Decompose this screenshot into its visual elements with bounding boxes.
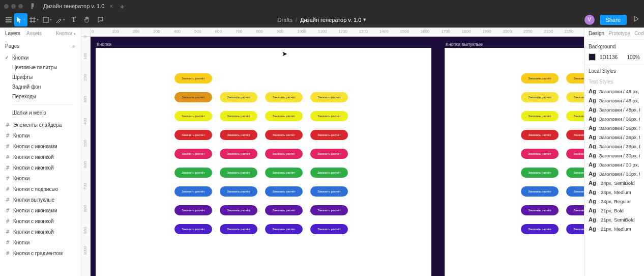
background-opacity-input[interactable]: 100% [627, 54, 640, 60]
close-icon[interactable] [4, 4, 9, 9]
design-button[interactable]: Заказать расчёт [521, 130, 559, 140]
design-button[interactable]: Заказать расчёт [265, 224, 303, 234]
frame-buttons-embossed[interactable]: Заказать расчётЗаказать расчётЗаказать р… [445, 48, 584, 276]
design-button[interactable]: Заказать расчёт [220, 130, 257, 140]
tab-close-icon[interactable]: × [109, 3, 112, 9]
page-item[interactable]: Кнопки [0, 53, 81, 63]
design-button[interactable]: Заказать расчёт [174, 186, 212, 197]
design-button[interactable]: Заказать расчёт [174, 205, 212, 215]
hand-tool[interactable] [80, 13, 94, 26]
design-button[interactable]: Заказать расчёт [310, 205, 348, 215]
text-style-item[interactable]: AgЗаголовки / 36px, Regular [584, 142, 644, 151]
design-button[interactable]: Заказать расчёт [566, 205, 584, 215]
layer-frame-item[interactable]: #Кнопки [0, 130, 81, 141]
text-tool[interactable]: T [67, 13, 80, 26]
design-button[interactable]: Заказать расчёт [310, 149, 348, 159]
design-button[interactable]: Заказать расчёт [174, 168, 212, 178]
design-button[interactable]: Заказать расчёт [566, 224, 584, 234]
text-style-item[interactable]: AgЗаголовки / 48px, Medium [584, 105, 644, 114]
page-selector[interactable]: Кнопки ▾ [56, 31, 76, 36]
design-button[interactable]: Заказать расчёт [220, 168, 257, 178]
design-button[interactable]: Заказать расчёт [521, 149, 559, 159]
design-button[interactable]: Заказать расчёт [566, 130, 584, 140]
chevron-down-icon[interactable]: ▾ [363, 16, 366, 23]
page-item[interactable]: Шапки и меню [0, 108, 81, 118]
tab-prototype[interactable]: Prototype [608, 31, 630, 36]
design-button[interactable]: Заказать расчёт [566, 92, 584, 102]
design-button[interactable]: Заказать расчёт [521, 73, 559, 84]
page-item[interactable]: Задний фон [0, 82, 81, 92]
design-button[interactable]: Заказать расчёт [521, 168, 559, 178]
tab-code[interactable]: Code [634, 31, 644, 36]
design-button[interactable]: Заказать расчёт [174, 92, 212, 102]
layer-frame-item[interactable]: #Кнопки с иконками [0, 141, 81, 152]
frame-tool[interactable]: ▾ [27, 13, 41, 26]
text-style-item[interactable]: AgЗаголовки / 36px, Medium [584, 132, 644, 142]
text-style-item[interactable]: Ag24px, Medium [584, 187, 644, 197]
text-style-item[interactable]: Ag24px, Regular [584, 197, 644, 206]
comment-tool[interactable] [94, 13, 107, 26]
design-button[interactable]: Заказать расчёт [566, 73, 584, 84]
window-tab-title[interactable]: Дизайн генератор v. 1.0 [43, 3, 104, 9]
frame-label[interactable]: Кнопки выпуклые [446, 42, 483, 47]
design-button[interactable]: Заказать расчёт [310, 224, 348, 234]
page-item[interactable]: Переходы [0, 92, 81, 101]
present-button[interactable] [632, 16, 641, 23]
text-style-item[interactable]: AgЗаголовки / 30px, Bold [584, 151, 644, 160]
layer-frame-item[interactable]: #Кнопки выпуклые [0, 195, 81, 205]
text-style-item[interactable]: Ag21px, Bold [584, 206, 644, 215]
layer-frame-item[interactable]: #Кнопки с иконкой [0, 152, 81, 162]
design-button[interactable]: Заказать расчёт [174, 130, 212, 140]
new-tab-icon[interactable]: + [120, 2, 125, 11]
share-button[interactable]: Share [600, 15, 627, 25]
layer-frame-item[interactable]: #Кнопки с градиентом [0, 248, 81, 259]
design-button[interactable]: Заказать расчёт [521, 92, 559, 102]
text-style-item[interactable]: Ag24px, SemiBold [584, 178, 644, 187]
layer-frame-item[interactable]: #Кнопки с иконкой [0, 227, 81, 237]
text-style-item[interactable]: AgЗаголовки / 36px, Semibold [584, 123, 644, 132]
design-button[interactable]: Заказать расчёт [566, 186, 584, 197]
design-button[interactable]: Заказать расчёт [310, 92, 348, 102]
design-button[interactable]: Заказать расчёт [521, 224, 559, 234]
design-button[interactable]: Заказать расчёт [310, 111, 348, 121]
design-button[interactable]: Заказать расчёт [566, 168, 584, 178]
design-button[interactable]: Заказать расчёт [220, 149, 257, 159]
design-button[interactable]: Заказать расчёт [265, 205, 303, 215]
layer-frame-item[interactable]: #Кнопки с подписью [0, 184, 81, 195]
layer-frame-item[interactable]: #Кнопки [0, 237, 81, 248]
design-button[interactable]: Заказать расчёт [220, 224, 257, 234]
layer-frame-item[interactable]: #Элементы слайдера [0, 120, 81, 130]
design-button[interactable]: Заказать расчёт [265, 149, 303, 159]
layer-frame-item[interactable]: #Кнопки с иконками [0, 205, 81, 216]
text-style-item[interactable]: Ag21px, SemiBold [584, 215, 644, 224]
design-button[interactable]: Заказать расчёт [220, 111, 257, 121]
pen-tool[interactable]: ▾ [54, 13, 67, 26]
design-button[interactable]: Заказать расчёт [265, 130, 303, 140]
minimize-icon[interactable] [11, 4, 16, 9]
design-button[interactable]: Заказать расчёт [220, 92, 257, 102]
design-button[interactable]: Заказать расчёт [174, 73, 212, 84]
layer-frame-item[interactable]: #Кнопки с иконкой [0, 162, 81, 173]
layer-frame-item[interactable]: #Кнопки [0, 173, 81, 184]
page-item[interactable]: Цветовые палитры [0, 63, 81, 72]
tab-assets[interactable]: Assets [26, 31, 42, 36]
text-style-item[interactable]: Ag21px, Medium [584, 224, 644, 233]
design-button[interactable]: Заказать расчёт [310, 186, 348, 197]
breadcrumb-root[interactable]: Drafts [278, 17, 292, 23]
menu-button[interactable] [3, 13, 14, 26]
tab-layers[interactable]: Layers [5, 31, 20, 36]
text-style-item[interactable]: AgЗаголовки / 30 px, Semibold [584, 160, 644, 169]
frame-label[interactable]: Кнопки [97, 42, 111, 47]
design-button[interactable]: Заказать расчёт [566, 149, 584, 159]
design-button[interactable]: Заказать расчёт [265, 111, 303, 121]
design-button[interactable]: Заказать расчёт [310, 168, 348, 178]
tab-design[interactable]: Design [589, 31, 604, 36]
design-button[interactable]: Заказать расчёт [521, 205, 559, 215]
canvas-area[interactable]: 0100200300400500600700800900100011001200… [81, 27, 584, 276]
design-button[interactable]: Заказать расчёт [310, 130, 348, 140]
background-swatch[interactable] [589, 53, 596, 61]
design-button[interactable]: Заказать расчёт [174, 111, 212, 121]
breadcrumb-page[interactable]: Дизайн генератор v. 1.0 [300, 17, 361, 23]
add-page-button[interactable]: + [72, 42, 76, 50]
text-style-item[interactable]: AgЗаголовки / 30px, Medium [584, 169, 644, 178]
